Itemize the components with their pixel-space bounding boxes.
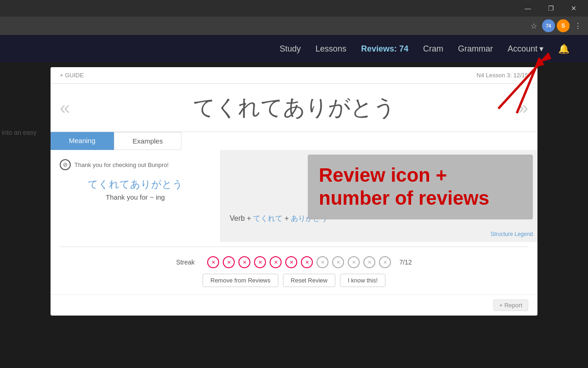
streak-label: Streak (176, 259, 199, 266)
report-area: + Report (51, 294, 537, 316)
nav-lessons[interactable]: Lessons (316, 44, 346, 54)
streak-count: 7/12 (399, 259, 412, 266)
content-right: Review icon + number of reviews Verb + て… (220, 150, 537, 242)
japanese-text: てくれてありがとう (193, 93, 396, 122)
streak-area: Streak 7/12 Remove from Reviews Reset Re… (51, 252, 537, 294)
top-nav: Study Lessons Reviews: 74 Cram Grammar A… (0, 35, 588, 63)
nav-grammar[interactable]: Grammar (458, 44, 493, 54)
titlebar: — ❐ ✕ (0, 0, 588, 17)
japanese-area: « てくれてありがとう » (51, 84, 537, 132)
streak-icon-6 (285, 256, 297, 268)
streak-icon-10 (348, 256, 360, 268)
card-header: + GUIDE N4 Lesson 3: 12/15 (51, 67, 537, 84)
know-this-button[interactable]: I know this! (340, 274, 385, 287)
menu-button[interactable]: ⋮ (571, 19, 584, 32)
annotation-line2: number of reviews (319, 187, 522, 210)
tab-examples[interactable]: Examples (114, 132, 182, 150)
bunpro-note: ⊘ Thank you for checking out Bunpro! (60, 159, 211, 170)
tab-meaning[interactable]: Meaning (51, 132, 114, 150)
side-text: into an easy (0, 127, 39, 138)
report-button[interactable]: + Report (493, 299, 528, 311)
structure-legend[interactable]: Structure Legend (491, 231, 533, 237)
streak-icon-3 (238, 256, 250, 268)
streak-icon-2 (223, 256, 235, 268)
divider (60, 247, 528, 247)
streak-icon-9 (332, 256, 344, 268)
streak-icon-7 (301, 256, 313, 268)
annotation-line1: Review icon + (319, 164, 522, 187)
nav-cram[interactable]: Cram (423, 44, 443, 54)
maximize-button[interactable]: ❐ (540, 1, 561, 16)
remove-reviews-button[interactable]: Remove from Reviews (203, 274, 278, 287)
reset-review-button[interactable]: Reset Review (283, 274, 335, 287)
guide-link[interactable]: + GUIDE (60, 72, 84, 79)
streak-buttons: Remove from Reviews Reset Review I know … (203, 274, 385, 287)
streak-icon-1 (207, 256, 219, 268)
nav-bell[interactable]: 🔔 (558, 43, 570, 54)
star-button[interactable]: ☆ (527, 19, 540, 32)
jp-meaning: てくれてありがとう (60, 178, 211, 191)
content-area: ⊘ Thank you for checking out Bunpro! てくれ… (51, 150, 537, 242)
structure-te-link[interactable]: てくれて (253, 214, 283, 222)
streak-icon-5 (270, 256, 282, 268)
nav-study[interactable]: Study (280, 44, 301, 54)
tab-bar: Meaning Examples (51, 132, 537, 150)
info-icon: ⊘ (60, 159, 71, 170)
streak-icon-8 (317, 256, 328, 268)
streak-row: Streak 7/12 (176, 256, 412, 268)
reviews-badge-button[interactable]: 74 (542, 19, 555, 32)
streak-icon-11 (363, 256, 375, 268)
minimize-button[interactable]: — (517, 1, 538, 16)
grammar-card: + GUIDE N4 Lesson 3: 12/15 « てくれてありがとう »… (51, 67, 537, 316)
content-left: ⊘ Thank you for checking out Bunpro! てくれ… (51, 150, 220, 242)
streak-icon-12 (379, 256, 391, 268)
nav-account[interactable]: Account ▾ (508, 44, 543, 54)
annotation-box: Review icon + number of reviews (308, 155, 533, 219)
avatar-button[interactable]: S (557, 19, 570, 32)
prev-arrow[interactable]: « (60, 98, 70, 118)
close-button[interactable]: ✕ (563, 1, 584, 16)
en-meaning: Thank you for ~ ing (60, 193, 211, 201)
nav-reviews[interactable]: Reviews: 74 (361, 44, 408, 54)
app-background: Study Lessons Reviews: 74 Cram Grammar A… (0, 35, 588, 368)
streak-icon-4 (254, 256, 266, 268)
lesson-info: N4 Lesson 3: 12/15 (476, 72, 528, 79)
chrome-toolbar: ☆ 74 S ⋮ (0, 17, 588, 35)
next-arrow[interactable]: » (518, 98, 528, 118)
